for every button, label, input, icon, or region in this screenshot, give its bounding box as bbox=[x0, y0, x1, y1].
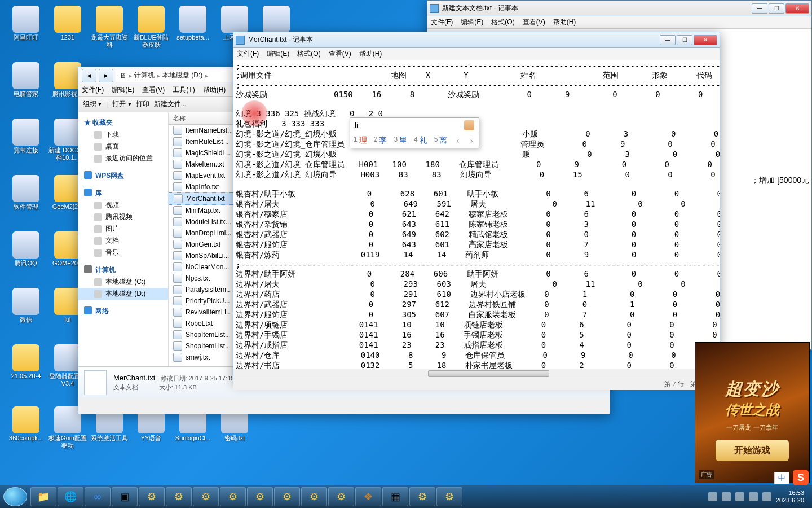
advertisement[interactable]: 超变沙 传世之战 一刀屠龙 一刀拿年 开始游戏 广告 bbox=[695, 342, 810, 483]
tray-icon[interactable] bbox=[735, 492, 744, 501]
clock[interactable]: 16:532023-6-20 bbox=[776, 489, 804, 504]
menu-item[interactable]: 查看(V) bbox=[329, 49, 351, 59]
newfolder-button[interactable]: 新建文件... bbox=[154, 99, 187, 109]
ad-start-button[interactable]: 开始游戏 bbox=[716, 440, 789, 461]
library-header[interactable]: 库 bbox=[78, 187, 168, 199]
ime-candidate[interactable]: 2李 bbox=[374, 135, 387, 146]
sidebar-item[interactable]: 图片 bbox=[78, 223, 168, 235]
menu-item[interactable]: 帮助(H) bbox=[203, 85, 226, 95]
ad-line2: 传世之战 bbox=[702, 401, 802, 419]
ime-lang-indicator[interactable]: 中 bbox=[774, 472, 789, 484]
ime-candidate[interactable]: 1理 bbox=[354, 135, 367, 146]
desktop-icon[interactable]: 龙遥大五班资料 bbox=[89, 6, 130, 49]
window-titlebar[interactable]: 新建文本文档.txt - 记事本 — ☐ ✕ bbox=[427, 1, 811, 16]
menu-item[interactable]: 编辑(E) bbox=[112, 85, 134, 95]
desktop-icon[interactable]: 阿里旺旺 bbox=[6, 6, 46, 41]
menu-item[interactable]: 格式(O) bbox=[297, 49, 320, 59]
desktop-icon[interactable]: 宽带连接 bbox=[6, 119, 46, 154]
file-icon bbox=[173, 171, 182, 180]
task-browser[interactable]: 🌐 bbox=[58, 487, 83, 506]
task-pin-10[interactable]: ▦ bbox=[382, 487, 408, 506]
menu-item[interactable]: 帮助(H) bbox=[553, 17, 576, 27]
organize-button[interactable]: 组织 ▾ bbox=[83, 99, 102, 109]
taskbar[interactable]: 📁 🌐 ∞ ▣ ⚙ ⚙ ⚙ ⚙ ⚙ ⚙ ⚙ ⚙ ❖ ▦ ⚙ ⚙ 16:53202… bbox=[0, 485, 812, 508]
desktop-icon[interactable]: 360compk... bbox=[6, 406, 46, 442]
task-pin-8[interactable]: ⚙ bbox=[328, 487, 354, 506]
sidebar-item[interactable]: 下载 bbox=[78, 129, 168, 141]
sidebar-item[interactable]: 桌面 bbox=[78, 141, 168, 152]
desktop-icon[interactable]: 电脑管家 bbox=[6, 62, 46, 98]
menu-item[interactable]: 格式(O) bbox=[491, 17, 514, 27]
task-explorer[interactable]: 📁 bbox=[30, 487, 56, 506]
task-pin-11[interactable]: ⚙ bbox=[409, 487, 435, 506]
task-pin-2[interactable]: ⚙ bbox=[166, 487, 192, 506]
minimize-button[interactable]: — bbox=[660, 35, 676, 45]
sidebar-item[interactable]: 最近访问的位置 bbox=[78, 152, 168, 164]
menu-item[interactable]: 编辑(E) bbox=[267, 49, 289, 59]
sidebar-item[interactable]: 文档 bbox=[78, 235, 168, 247]
task-pin-5[interactable]: ⚙ bbox=[247, 487, 273, 506]
ime-prev-page[interactable]: ‹ bbox=[454, 136, 461, 145]
text-area[interactable]: ;---------------------------------------… bbox=[233, 60, 720, 369]
network-header[interactable]: 网络 bbox=[78, 305, 168, 317]
start-button[interactable] bbox=[3, 487, 27, 506]
tray-volume-icon[interactable] bbox=[762, 492, 771, 501]
menu-item[interactable]: 编辑(E) bbox=[461, 17, 483, 27]
tray-icon[interactable] bbox=[708, 492, 717, 501]
ime-candidate-window[interactable]: li 1理2李3里4礼5离‹ › bbox=[350, 117, 479, 148]
desktop-icon[interactable]: 腾讯QQ bbox=[6, 231, 46, 267]
favorites-header[interactable]: ★ 收藏夹 bbox=[78, 117, 168, 129]
task-pin-1[interactable]: ⚙ bbox=[139, 487, 165, 506]
desktop-icon[interactable]: 软件管理 bbox=[6, 175, 46, 211]
task-pin-12[interactable]: ⚙ bbox=[436, 487, 462, 506]
ime-candidate[interactable]: 5离 bbox=[434, 135, 448, 146]
desktop-icon[interactable]: 1231 bbox=[47, 6, 88, 41]
tray-icon[interactable] bbox=[722, 492, 731, 501]
wps-header[interactable]: WPS网盘 bbox=[78, 170, 168, 182]
task-app[interactable]: ▣ bbox=[112, 487, 138, 506]
system-tray[interactable]: 16:532023-6-20 bbox=[704, 489, 809, 504]
menu-item[interactable]: 帮助(H) bbox=[359, 49, 382, 59]
menu-item[interactable]: 文件(F) bbox=[237, 49, 259, 59]
icon-image bbox=[12, 6, 39, 33]
task-pin-4[interactable]: ⚙ bbox=[220, 487, 246, 506]
desktop-icon[interactable]: 新BLUE登陆器皮肤 bbox=[131, 6, 171, 49]
task-pin-3[interactable]: ⚙ bbox=[193, 487, 219, 506]
ime-next-page[interactable]: › bbox=[468, 136, 475, 145]
back-button[interactable]: ◄ bbox=[82, 69, 96, 82]
open-button[interactable]: 打开 ▾ bbox=[112, 99, 131, 109]
icon-image bbox=[54, 406, 81, 433]
ime-candidate[interactable]: 4礼 bbox=[414, 135, 427, 146]
task-pin-6[interactable]: ⚙ bbox=[274, 487, 300, 506]
minimize-button[interactable]: — bbox=[752, 3, 767, 14]
task-pin-7[interactable]: ⚙ bbox=[301, 487, 327, 506]
sidebar-item[interactable]: 视频 bbox=[78, 199, 168, 211]
window-titlebar[interactable]: MerChant.txt - 记事本 — ☐ ✕ bbox=[233, 32, 720, 48]
computer-header[interactable]: 计算机 bbox=[78, 264, 168, 276]
file-icon bbox=[84, 370, 107, 395]
close-button[interactable]: ✕ bbox=[785, 3, 809, 14]
maximize-button[interactable]: ☐ bbox=[677, 35, 692, 45]
desktop-icon[interactable]: setupbeta... bbox=[173, 6, 213, 41]
sidebar-item[interactable]: 本地磁盘 (D:) bbox=[78, 288, 168, 300]
task-baidu[interactable]: ∞ bbox=[85, 487, 111, 506]
horizontal-scrollbar[interactable] bbox=[233, 369, 720, 378]
ime-candidate[interactable]: 3里 bbox=[394, 135, 407, 146]
print-button[interactable]: 打印 bbox=[136, 99, 149, 109]
desktop-icon[interactable]: 21.05.20-4 bbox=[6, 344, 46, 380]
menu-item[interactable]: 查看(V) bbox=[523, 17, 545, 27]
task-pin-9[interactable]: ❖ bbox=[355, 487, 381, 506]
maximize-button[interactable]: ☐ bbox=[769, 3, 784, 14]
menu-item[interactable]: 工具(T) bbox=[173, 85, 195, 95]
sidebar-item[interactable]: 音乐 bbox=[78, 247, 168, 259]
sogou-ime-icon[interactable]: S bbox=[793, 470, 809, 485]
tray-network-icon[interactable] bbox=[749, 492, 758, 501]
close-button[interactable]: ✕ bbox=[694, 35, 717, 45]
menu-item[interactable]: 查看(V) bbox=[142, 85, 165, 95]
forward-button[interactable]: ► bbox=[99, 69, 113, 82]
sidebar-item[interactable]: 腾讯视频 bbox=[78, 211, 168, 223]
desktop-icon[interactable]: 微信 bbox=[6, 288, 46, 323]
menu-item[interactable]: 文件(F) bbox=[431, 17, 453, 27]
sidebar-item[interactable]: 本地磁盘 (C:) bbox=[78, 276, 168, 288]
menu-item[interactable]: 文件(F) bbox=[82, 85, 104, 95]
